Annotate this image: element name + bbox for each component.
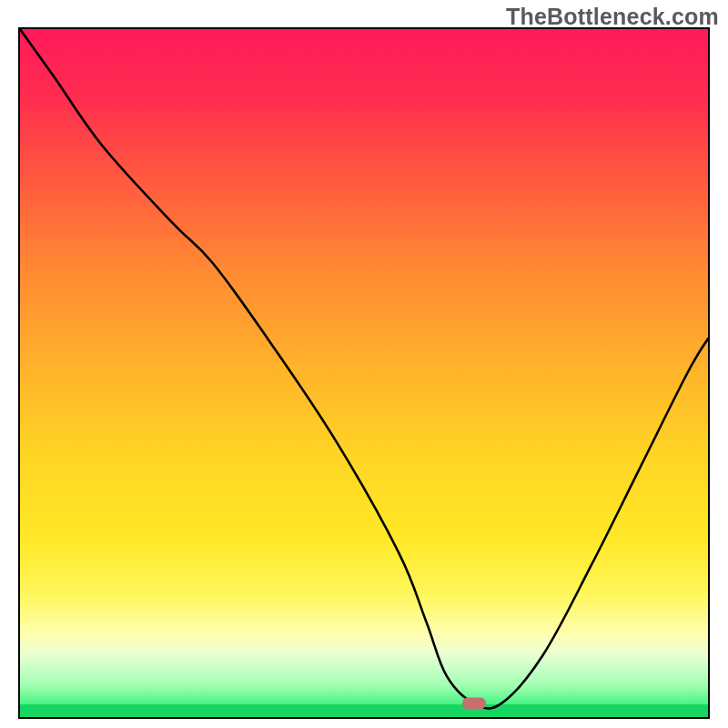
bottleneck-curve — [20, 29, 708, 709]
curve-layer — [20, 29, 708, 717]
chart-stage: TheBottleneck.com — [0, 0, 728, 728]
minimum-marker — [462, 697, 486, 709]
watermark-text: TheBottleneck.com — [506, 4, 719, 30]
plot-area — [18, 27, 710, 719]
